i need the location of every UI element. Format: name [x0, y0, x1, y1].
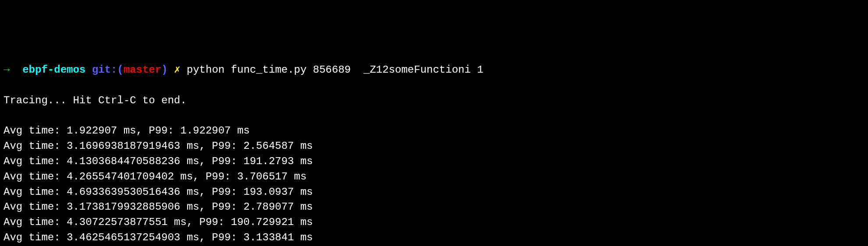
output-row: Avg time: 3.4625465137254903 ms, P99: 3.… — [4, 230, 864, 246]
output-row: Avg time: 4.265547401709402 ms, P99: 3.7… — [4, 169, 864, 185]
git-dirty-icon: ✗ — [174, 64, 180, 76]
prompt-arrow-icon: → — [4, 64, 10, 76]
command-text: python func_time.py 856689 _Z12someFunct… — [187, 64, 484, 76]
output-rows: Avg time: 1.922907 ms, P99: 1.922907 msA… — [4, 123, 864, 246]
git-branch: master — [124, 64, 161, 76]
prompt-directory: ebpf-demos — [22, 64, 85, 76]
prompt-line[interactable]: → ebpf-demos git:(master) ✗ python func_… — [4, 63, 864, 78]
output-row: Avg time: 3.1696938187919463 ms, P99: 2.… — [4, 139, 864, 154]
status-line: Tracing... Hit Ctrl-C to end. — [4, 93, 864, 109]
output-row: Avg time: 3.1738179932885906 ms, P99: 2.… — [4, 200, 864, 215]
output-row: Avg time: 4.6933639530516436 ms, P99: 19… — [4, 185, 864, 200]
output-row: Avg time: 4.1303684470588236 ms, P99: 19… — [4, 154, 864, 169]
git-suffix: ) — [161, 64, 167, 76]
git-prefix: git:( — [92, 64, 124, 76]
output-row: Avg time: 1.922907 ms, P99: 1.922907 ms — [4, 123, 864, 139]
output-row: Avg time: 4.30722573877551 ms, P99: 190.… — [4, 215, 864, 230]
